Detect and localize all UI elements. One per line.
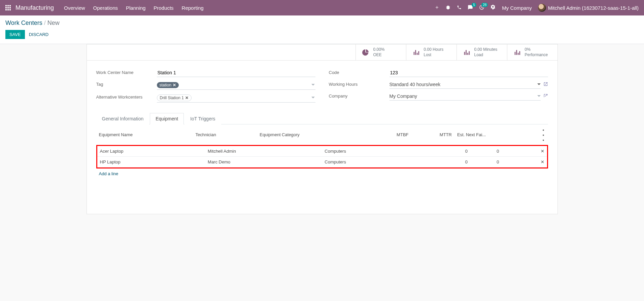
tabs: General Information Equipment IoT Trigge… — [96, 113, 548, 124]
stat-load[interactable]: 0.00 MinutesLoad — [456, 44, 507, 60]
action-buttons: SAVE DISCARD — [5, 30, 639, 39]
company-switcher[interactable]: My Company — [502, 5, 532, 11]
external-link-icon[interactable] — [543, 82, 548, 87]
user-menu[interactable]: Mitchell Admin (16230712-saas-15-1-all) — [538, 4, 639, 12]
plus-icon[interactable] — [435, 5, 439, 11]
activities-badge: 28 — [481, 3, 488, 7]
input-code[interactable] — [389, 69, 548, 77]
col-options[interactable] — [539, 124, 548, 145]
table-row[interactable]: HP Laptop Marc Demo Computers 0 0 ✕ — [97, 157, 547, 167]
col-technician[interactable]: Technician — [193, 124, 257, 145]
discard-button[interactable]: DISCARD — [29, 32, 49, 37]
dropdown-icon[interactable] — [537, 94, 541, 99]
breadcrumb: Work Centers / New — [5, 20, 639, 27]
stat-buttons: 0.00%OEE 0.00 HoursLost 0.00 MinutesLoad… — [87, 44, 557, 61]
bug-icon[interactable] — [445, 5, 451, 11]
label-alt: Alternative Workcenters — [96, 93, 157, 100]
apps-icon[interactable] — [5, 5, 11, 10]
menu-products[interactable]: Products — [154, 5, 173, 11]
pie-icon — [362, 49, 369, 56]
avatar-icon — [538, 4, 546, 12]
tab-equipment[interactable]: Equipment — [150, 113, 184, 124]
add-line: Add a line — [96, 168, 548, 179]
breadcrumb-current: New — [47, 20, 60, 26]
activities-icon[interactable]: 28 — [479, 5, 484, 11]
label-tag: Tag — [96, 80, 157, 87]
form-sheet: 0.00%OEE 0.00 HoursLost 0.00 MinutesLoad… — [87, 44, 558, 214]
menu-overview[interactable]: Overview — [64, 5, 85, 11]
bars-icon — [412, 49, 420, 56]
input-company[interactable]: My Company — [389, 92, 541, 101]
table-row[interactable]: Acer Laptop Mitchell Admin Computers 0 0… — [97, 146, 547, 157]
label-company: Company — [329, 92, 389, 99]
top-nav: Manufacturing Overview Operations Planni… — [0, 0, 644, 15]
breadcrumb-sep: / — [44, 20, 47, 26]
phone-icon[interactable] — [457, 5, 462, 11]
chip-remove-icon[interactable]: ✕ — [185, 96, 189, 100]
label-code: Code — [329, 69, 389, 75]
input-alt-workcenters[interactable]: Drill Station 1 ✕ — [157, 93, 315, 103]
dropdown-icon[interactable] — [311, 82, 315, 87]
stat-performance[interactable]: 0%Performance — [507, 44, 557, 60]
highlight-box: Acer Laptop Mitchell Admin Computers 0 0… — [96, 145, 548, 168]
col-mttr[interactable]: MTTR — [411, 124, 454, 145]
tab-iot-triggers[interactable]: IoT Triggers — [184, 113, 221, 124]
stat-oee[interactable]: 0.00%OEE — [355, 44, 406, 60]
col-category[interactable]: Equipment Category — [257, 124, 369, 145]
col-name[interactable]: Equipment Name — [96, 124, 193, 145]
app-name: Manufacturing — [15, 4, 54, 11]
menu-reporting[interactable]: Reporting — [182, 5, 204, 11]
equipment-table: Equipment Name Technician Equipment Cate… — [96, 124, 548, 145]
dropdown-icon[interactable] — [537, 82, 541, 87]
settings-icon[interactable] — [490, 5, 496, 11]
dropdown-icon[interactable] — [311, 95, 315, 100]
main-menu: Overview Operations Planning Products Re… — [64, 5, 204, 11]
col-est-next-failure[interactable]: Est. Next Fai... — [454, 124, 539, 145]
menu-operations[interactable]: Operations — [93, 5, 118, 11]
control-panel: Work Centers / New SAVE DISCARD — [0, 15, 644, 44]
messages-badge: 5 — [472, 3, 476, 7]
bars-icon — [463, 49, 470, 56]
input-name[interactable] — [157, 69, 315, 77]
delete-row-icon[interactable]: ✕ — [538, 157, 547, 167]
breadcrumb-parent[interactable]: Work Centers — [5, 20, 42, 26]
delete-row-icon[interactable]: ✕ — [538, 146, 547, 157]
messages-icon[interactable]: 5 — [468, 5, 473, 11]
user-name: Mitchell Admin (16230712-saas-15-1-all) — [548, 5, 639, 11]
menu-planning[interactable]: Planning — [126, 5, 145, 11]
col-mtbf[interactable]: MTBF — [369, 124, 411, 145]
systray: 5 28 My Company Mitchell Admin (16230712… — [435, 4, 639, 12]
tag-chip[interactable]: station ✕ — [157, 82, 179, 88]
tab-general-information[interactable]: General Information — [96, 113, 149, 124]
add-line-link[interactable]: Add a line — [99, 171, 118, 176]
external-link-icon[interactable] — [543, 93, 548, 99]
stat-lost[interactable]: 0.00 HoursLost — [406, 44, 456, 60]
input-tag[interactable]: station ✕ — [157, 80, 315, 90]
save-button[interactable]: SAVE — [5, 30, 25, 39]
label-working-hours: Working Hours — [329, 80, 389, 87]
alt-chip[interactable]: Drill Station 1 ✕ — [157, 95, 192, 101]
bars-icon — [513, 49, 521, 56]
label-name: Work Center Name — [96, 69, 157, 75]
input-working-hours[interactable]: Standard 40 hours/week — [389, 80, 541, 89]
tag-remove-icon[interactable]: ✕ — [173, 83, 176, 87]
